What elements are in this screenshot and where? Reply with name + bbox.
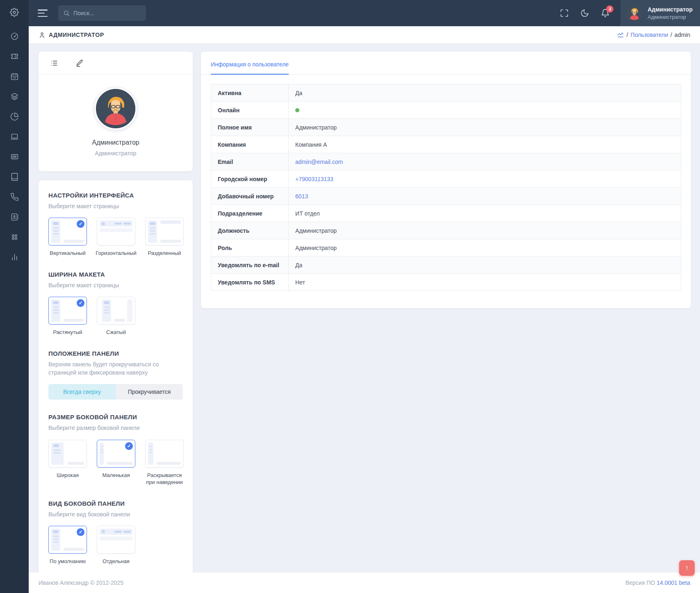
laptop-icon [10,132,19,141]
section-sidebar-size: РАЗМЕР БОКОВОЙ ПАНЕЛИ Выберите размер бо… [48,414,183,486]
breadcrumb: / Пользователи / admin [617,31,690,39]
phone-link[interactable]: +79003113133 [295,176,333,182]
panel-position-scroll-option[interactable]: Прокручивается [116,384,183,400]
grid-icon [10,233,19,241]
search-box[interactable] [58,5,146,21]
activity-icon[interactable] [617,31,624,39]
page-title: АДМИНИСТРАТОР [39,32,104,39]
list-icon [50,59,58,67]
table-row: КомпанияКомпания А [211,136,681,153]
speedometer-icon [10,32,19,41]
table-row: АктивнаДа [211,84,681,102]
section-panel-position: ПОЛОЖЕНИЕ ПАНЕЛИ Верхняя панель будет пр… [48,350,183,400]
width-option-fluid[interactable]: ✓ [48,297,87,325]
sidebar [0,0,29,593]
right-column: Информация о пользователе АктивнаДа Онла… [201,52,691,308]
section-sidebar-view: ВИД БОКОВОЙ ПАНЕЛИ Выберите вид боковой … [48,500,183,565]
fullscreen-button[interactable] [560,9,569,18]
main-area: 3 Администратор Администратор АДМИНИСТРА… [29,0,700,593]
sidebar-item-calls[interactable] [0,187,29,207]
sidebar-item-knowledge[interactable] [0,167,29,187]
ticket-icon [10,52,19,61]
extension-link[interactable]: 6013 [295,193,308,200]
arrow-up-icon: ↑ [685,564,689,572]
content: Администратор Администратор НАСТРОЙКИ ИН… [29,43,700,573]
table-row: РольАдминистратор [211,239,681,257]
email-link[interactable]: admin@email.com [295,159,343,165]
dark-mode-button[interactable] [580,9,589,18]
menu-toggle-button[interactable] [38,9,48,17]
check-icon: ✓ [77,528,84,536]
sidebar-item-statistics[interactable] [0,247,29,267]
topbar: 3 Администратор Администратор [29,0,700,26]
check-icon: ✓ [77,220,84,228]
table-row: Полное имяАдминистратор [211,119,681,136]
topbar-user-role: Администратор [648,14,693,21]
sidebar-item-layers[interactable] [0,86,29,107]
layout-option-vertical[interactable]: ✓ [48,218,87,245]
calendar-icon [10,72,19,81]
width-option-boxed[interactable] [97,297,135,325]
table-row: Городской номер+79003113133 [211,170,681,188]
sidebar-size-small-option[interactable]: ✓ [97,440,135,468]
fullscreen-icon [560,9,569,18]
check-icon: ✓ [77,299,84,307]
profile-summary: Администратор Администратор [39,74,193,171]
sidebar-item-contacts[interactable] [0,207,29,227]
layout-option-horizontal[interactable] [97,218,135,245]
sidebar-item-barcodes[interactable] [0,147,29,167]
sidebar-item-devices[interactable] [0,127,29,147]
profile-list-tab[interactable] [50,59,58,67]
sidebar-size-wide-option[interactable] [48,440,87,468]
breadcrumb-link-users[interactable]: Пользователи [631,32,668,38]
copyright-text: Иванов Александр © 2012-2025 [39,579,123,586]
sidebar-view-separate-option[interactable] [97,526,135,554]
version-link[interactable]: 14.0001 beta [657,579,690,586]
avatar [626,5,643,21]
panel-position-fixed-option[interactable]: Всегда сверху [48,384,116,400]
scroll-to-top-button[interactable]: ↑ [679,560,695,576]
barcode-icon [10,152,19,161]
interface-settings-card: НАСТРОЙКИ ИНТЕРФЕЙСА Выберите макет стра… [39,180,193,573]
gear-icon [10,8,19,18]
sidebar-item-tickets[interactable] [0,46,29,66]
user-info-table: АктивнаДа Онлайн Полное имяАдминистратор… [211,84,681,291]
section-interface-layout: НАСТРОЙКИ ИНТЕРФЕЙСА Выберите макет стра… [48,192,183,257]
sidebar-item-dashboard[interactable] [0,26,29,46]
info-card-tabbar: Информация о пользователе [201,52,691,75]
table-row: Emailadmin@email.com [211,153,681,170]
app-window: 3 Администратор Администратор АДМИНИСТРА… [0,0,700,593]
user-info-card: Информация о пользователе АктивнаДа Онла… [201,52,691,308]
table-row: ДолжностьАдминистратор [211,222,681,239]
table-row: Уведомлять по SMSНет [211,274,681,291]
profile-card: Администратор Администратор [39,52,193,171]
user-icon [39,32,46,39]
page-header: АДМИНИСТРАТОР / Пользователи / admin [29,26,700,43]
sidebar-item-settings[interactable] [0,0,29,26]
online-indicator [295,108,299,112]
tab-user-info[interactable]: Информация о пользователе [211,61,289,75]
table-row: Уведомлять по e-mailДа [211,257,681,274]
avatar [94,87,137,130]
layers-icon [10,92,19,101]
sidebar-view-default-option[interactable]: ✓ [48,526,87,554]
sidebar-item-apps[interactable] [0,227,29,247]
sidebar-item-calendar[interactable] [0,66,29,86]
notifications-button[interactable]: 3 [601,9,610,18]
sidebar-size-hover-option[interactable] [145,440,184,468]
moon-icon [580,9,589,18]
search-input[interactable] [73,10,141,16]
footer: Иванов Александр © 2012-2025 Версия ПО 1… [29,573,700,593]
pencil-icon [75,59,84,67]
bar-chart-icon [10,253,19,261]
profile-edit-tab[interactable] [75,59,84,67]
user-menu[interactable]: Администратор Администратор [620,0,700,26]
profile-card-tabs [39,52,193,74]
table-row: Онлайн [211,102,681,119]
notification-badge: 3 [606,5,613,13]
breadcrumb-current: admin [675,32,690,38]
sidebar-item-reports[interactable] [0,107,29,127]
layout-option-split[interactable] [145,218,184,245]
left-column: Администратор Администратор НАСТРОЙКИ ИН… [39,52,193,573]
check-icon: ✓ [125,442,133,450]
